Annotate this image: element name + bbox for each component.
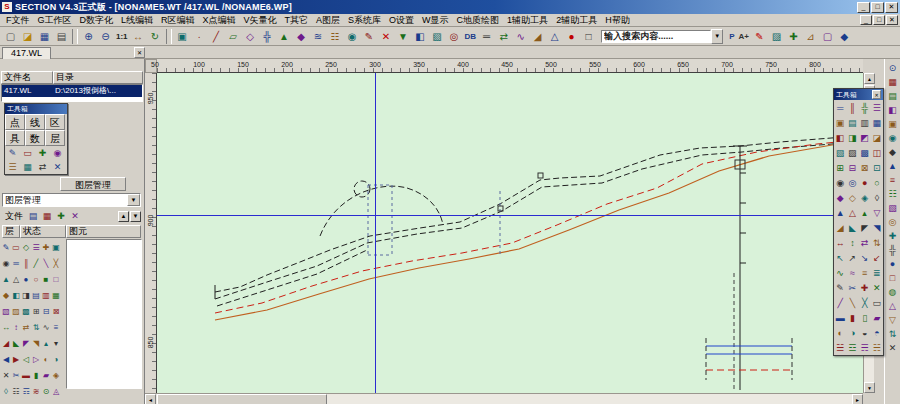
tool-icon[interactable]: ╬ [886, 243, 900, 257]
menu-item-1[interactable]: G工作区 [34, 14, 76, 27]
new-file-icon[interactable]: ▢ [2, 28, 19, 44]
draw-polygon-icon[interactable]: ▱ [225, 28, 242, 44]
tool-icon[interactable]: ◉ [834, 175, 846, 190]
tool-icon[interactable]: ▣ [51, 239, 61, 255]
tool-icon[interactable]: ◇ [846, 190, 858, 205]
tool-icon[interactable]: ↘ [859, 250, 871, 265]
close-button[interactable]: ✕ [885, 2, 898, 13]
swap-tool-icon[interactable]: ⇄ [495, 28, 512, 44]
tool-icon[interactable]: ◩ [859, 130, 871, 145]
tool-icon[interactable]: ◐ [41, 351, 51, 367]
tool-icon[interactable]: ╲ [41, 255, 51, 271]
tool-icon[interactable]: ▥ [859, 115, 871, 130]
zoom-in-icon[interactable]: ⊕ [80, 28, 97, 44]
tool-icon[interactable]: ▥ [41, 287, 51, 303]
scroll-down-icon[interactable]: ▼ [130, 211, 141, 222]
tool-icon[interactable]: ▤ [31, 287, 41, 303]
tool-icon[interactable]: ⊙ [41, 383, 51, 399]
pen-tool-icon[interactable]: ✎ [361, 28, 378, 44]
tool-icon[interactable]: ▩ [21, 303, 31, 319]
diamond-tool-icon[interactable]: ◆ [293, 28, 310, 44]
dropdown-tool-icon[interactable]: ▼ [395, 28, 412, 44]
tool-icon[interactable]: ✂ [11, 367, 21, 383]
minimize-button[interactable]: _ [857, 2, 870, 13]
tool-icon[interactable]: ↗ [846, 250, 858, 265]
tool-icon[interactable]: ▦ [20, 160, 35, 174]
tool-icon[interactable]: ▮ [846, 310, 858, 325]
layers-tool-icon[interactable]: ═ [478, 28, 495, 44]
tool-icon[interactable]: □ [51, 271, 61, 287]
layer-combo[interactable]: 图层管理 ▼ [2, 193, 141, 207]
tool-icon[interactable]: ⊟ [41, 303, 51, 319]
tool-icon[interactable]: ◢ [834, 220, 846, 235]
tool-icon[interactable]: ◆ [1, 287, 11, 303]
triangle-tool-icon[interactable]: ▲ [276, 28, 293, 44]
tool-icon[interactable]: ▣ [834, 115, 846, 130]
curve-tool-icon[interactable]: ∿ [512, 28, 529, 44]
tool-icon[interactable]: ◆ [886, 145, 900, 159]
tool-icon[interactable]: ⇅ [31, 319, 41, 335]
tool-icon[interactable]: ▲ [1, 271, 11, 287]
tool-icon[interactable]: ▴ [859, 205, 871, 220]
tool-icon[interactable]: ◈ [51, 367, 61, 383]
tool-icon[interactable]: ▷ [31, 351, 41, 367]
tool-icon[interactable]: ✎ [1, 239, 11, 255]
layer-column-header[interactable]: 层 [2, 225, 20, 238]
tool-icon[interactable]: ▦ [51, 287, 61, 303]
tool-icon[interactable]: ◊ [871, 190, 883, 205]
tool-icon[interactable]: ✚ [886, 229, 900, 243]
tool-icon[interactable]: ☷ [886, 187, 900, 201]
tool-icon[interactable]: ↕ [11, 319, 21, 335]
circle-tool-icon[interactable]: ◎ [446, 28, 463, 44]
tool-icon[interactable]: ↔ [834, 235, 846, 250]
tool-icon[interactable]: ▯ [859, 310, 871, 325]
tool-icon[interactable]: ↙ [871, 250, 883, 265]
wedge-icon[interactable]: ⊿ [802, 28, 819, 44]
tool-icon[interactable]: ═ [11, 255, 21, 271]
tool-icon[interactable]: ↔ [1, 319, 11, 335]
menu-item-4[interactable]: R区编辑 [157, 14, 199, 27]
tool-icon[interactable]: ≡ [886, 173, 900, 187]
tool-icon[interactable]: ▨ [11, 303, 21, 319]
tool-icon[interactable]: ○ [871, 175, 883, 190]
tool-icon[interactable]: ◧ [11, 287, 21, 303]
combo-dropdown-icon[interactable]: ▼ [127, 194, 140, 206]
point-style-icon[interactable]: ● [563, 28, 580, 44]
tool-icon[interactable]: ▰ [41, 367, 51, 383]
tool-icon[interactable]: ✂ [846, 280, 858, 295]
tool-icon[interactable]: ✎ [834, 280, 846, 295]
scroll-right-button[interactable]: ► [852, 394, 863, 404]
tool-icon[interactable]: ◬ [51, 383, 61, 399]
tool-icon[interactable]: △ [886, 299, 900, 313]
tool-icon[interactable]: ◉ [1, 255, 11, 271]
half-square-tool-icon[interactable]: ◧ [412, 28, 429, 44]
tool-icon[interactable]: ✚ [859, 280, 871, 295]
tool-icon[interactable]: ▤ [846, 115, 858, 130]
edit-node-icon[interactable]: ◇ [242, 28, 259, 44]
menu-item-2[interactable]: D数字化 [76, 14, 118, 27]
tool-icon[interactable]: ▤ [26, 210, 40, 222]
tool-icon[interactable]: ✕ [1, 367, 11, 383]
wave-tool-icon[interactable]: ≋ [310, 28, 327, 44]
menu-item-9[interactable]: S系统库 [344, 14, 385, 27]
scroll-up-button[interactable]: ▲ [864, 73, 875, 84]
tool-icon[interactable]: ╬ [859, 100, 871, 115]
search-dropdown-button[interactable]: ▼ [711, 29, 723, 44]
tool-icon[interactable]: ◊ [1, 383, 11, 399]
tool-icon[interactable]: ✕ [871, 280, 883, 295]
directory-column-header[interactable]: 目录 [53, 71, 143, 84]
tool-icon[interactable]: ◫ [871, 145, 883, 160]
add-icon[interactable]: ✚ [785, 28, 802, 44]
menu-item-7[interactable]: T其它 [281, 14, 313, 27]
tool-icon[interactable]: ▧ [886, 201, 900, 215]
tool-icon[interactable]: ▣ [886, 117, 900, 131]
rect-style-icon[interactable]: □ [580, 28, 597, 44]
tool-icon[interactable]: ◓ [871, 325, 883, 340]
tool-icon[interactable]: ◢ [1, 335, 11, 351]
menu-item-10[interactable]: O设置 [385, 14, 418, 27]
tool-icon[interactable]: ◨ [21, 287, 31, 303]
tool-icon[interactable]: ⇅ [871, 235, 883, 250]
tool-icon[interactable]: ☶ [21, 383, 31, 399]
tool-icon[interactable]: ☴ [859, 340, 871, 355]
tool-icon[interactable]: ● [21, 271, 31, 287]
